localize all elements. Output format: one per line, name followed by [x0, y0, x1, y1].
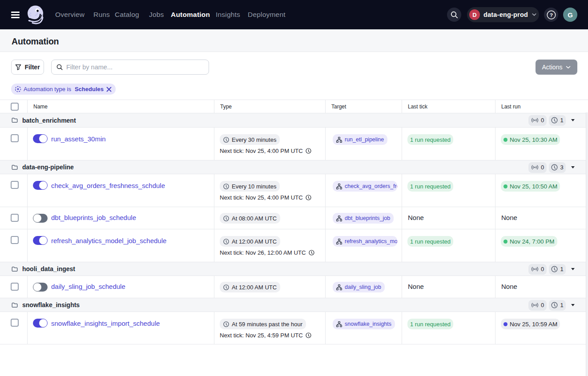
svg-text:?: ? [549, 12, 552, 17]
